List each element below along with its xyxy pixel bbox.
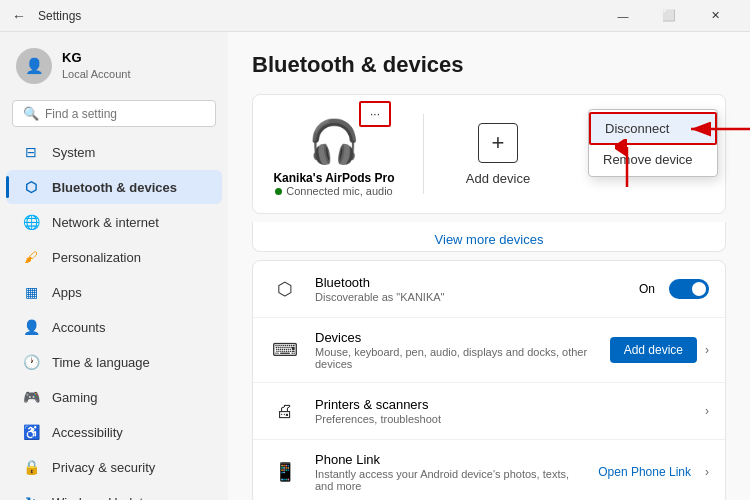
add-device-button[interactable]: Add device [610,337,697,363]
three-dot-button[interactable]: ··· [361,103,389,125]
sidebar-item-network[interactable]: 🌐Network & internet [6,205,222,239]
personalization-icon: 🖌 [22,248,40,266]
bluetooth-title: Bluetooth [315,275,625,290]
sidebar-label-bluetooth: Bluetooth & devices [52,180,177,195]
sidebar-item-gaming[interactable]: 🎮Gaming [6,380,222,414]
devices-title: Devices [315,330,596,345]
sidebar-label-apps: Apps [52,285,82,300]
network-icon: 🌐 [22,213,40,231]
search-input[interactable] [45,107,205,121]
bluetooth-action: On [639,279,709,299]
titlebar-left: ← Settings [12,8,81,24]
sidebar-item-privacy[interactable]: 🔒Privacy & security [6,450,222,484]
sidebar-label-personalization: Personalization [52,250,141,265]
printers-subtitle: Preferences, troubleshoot [315,413,691,425]
back-icon[interactable]: ← [12,8,26,24]
phone-action: Open Phone Link› [598,465,709,479]
sidebar-label-system: System [52,145,95,160]
context-menu-remove[interactable]: Remove device [589,145,717,174]
phone-icon: 📱 [269,456,301,488]
system-icon: ⊟ [22,143,40,161]
sidebar-item-update[interactable]: ↻Windows Update [6,485,222,500]
update-icon: ↻ [22,493,40,500]
minimize-button[interactable]: — [600,0,646,32]
nav-list: ⊟System⬡Bluetooth & devices🌐Network & in… [0,135,228,500]
bluetooth-text: Bluetooth Discoverable as "KANIKA" [315,275,625,303]
search-icon: 🔍 [23,106,39,121]
printers-title: Printers & scanners [315,397,691,412]
bluetooth-subtitle: Discoverable as "KANIKA" [315,291,625,303]
device-airpods[interactable]: ··· 🎧 Kanika's AirPods Pro Connected mic… [269,111,399,197]
sidebar-item-accessibility[interactable]: ♿Accessibility [6,415,222,449]
context-menu: Disconnect Remove device [588,109,718,177]
sidebar-label-accessibility: Accessibility [52,425,123,440]
add-device-item[interactable]: + Add device [448,123,548,186]
divider [423,114,424,194]
page-title: Bluetooth & devices [252,52,726,78]
search-box[interactable]: 🔍 [12,100,216,127]
app-container: 👤 KG Local Account 🔍 ⊟System⬡Bluetooth &… [0,32,750,500]
titlebar-title: Settings [38,9,81,23]
view-more-devices[interactable]: View more devices [252,222,726,252]
avatar-icon: 👤 [25,57,44,75]
context-menu-disconnect[interactable]: Disconnect [589,112,717,145]
close-button[interactable]: ✕ [692,0,738,32]
avatar: 👤 [16,48,52,84]
user-section[interactable]: 👤 KG Local Account [0,40,228,96]
phone-subtitle: Instantly access your Android device's p… [315,468,584,492]
add-device-label: Add device [466,171,530,186]
settings-item-devices[interactable]: ⌨ Devices Mouse, keyboard, pen, audio, d… [253,318,725,383]
devices-text: Devices Mouse, keyboard, pen, audio, dis… [315,330,596,370]
devices-icon: ⌨ [269,334,301,366]
chevron-icon: › [705,343,709,357]
sidebar-item-system[interactable]: ⊟System [6,135,222,169]
sidebar-label-network: Network & internet [52,215,159,230]
printers-text: Printers & scanners Preferences, trouble… [315,397,691,425]
devices-card: ··· 🎧 Kanika's AirPods Pro Connected mic… [252,94,726,214]
headphones-icon: 🎧 [308,117,360,166]
device-name: Kanika's AirPods Pro [273,171,394,185]
bluetooth-toggle[interactable] [669,279,709,299]
sidebar-label-privacy: Privacy & security [52,460,155,475]
settings-item-printers[interactable]: 🖨 Printers & scanners Preferences, troub… [253,383,725,440]
sidebar-label-time: Time & language [52,355,150,370]
bluetooth-icon: ⬡ [22,178,40,196]
main-content: Bluetooth & devices ··· 🎧 [228,32,750,500]
user-subtitle: Local Account [62,67,131,81]
apps-icon: ▦ [22,283,40,301]
sidebar-item-personalization[interactable]: 🖌Personalization [6,240,222,274]
sidebar-item-accounts[interactable]: 👤Accounts [6,310,222,344]
bluetooth-icon: ⬡ [269,273,301,305]
three-dot-highlight: ··· [359,101,391,127]
sidebar-label-accounts: Accounts [52,320,105,335]
chevron-icon: › [705,465,709,479]
sidebar: 👤 KG Local Account 🔍 ⊟System⬡Bluetooth &… [0,32,228,500]
settings-item-phone[interactable]: 📱 Phone Link Instantly access your Andro… [253,440,725,500]
printers-icon: 🖨 [269,395,301,427]
titlebar-controls: — ⬜ ✕ [600,0,738,32]
toggle-label: On [639,282,655,296]
user-name: KG [62,50,131,67]
sidebar-item-bluetooth[interactable]: ⬡Bluetooth & devices [6,170,222,204]
phone-text: Phone Link Instantly access your Android… [315,452,584,492]
chevron-icon: › [705,404,709,418]
sidebar-item-time[interactable]: 🕐Time & language [6,345,222,379]
privacy-icon: 🔒 [22,458,40,476]
device-status: Connected mic, audio [275,185,392,197]
sidebar-label-update: Windows Update [52,495,150,501]
sidebar-label-gaming: Gaming [52,390,98,405]
titlebar: ← Settings — ⬜ ✕ [0,0,750,32]
maximize-button[interactable]: ⬜ [646,0,692,32]
accounts-icon: 👤 [22,318,40,336]
add-plus-icon: + [478,123,518,163]
time-icon: 🕐 [22,353,40,371]
devices-action: Add device› [610,337,709,363]
settings-item-bluetooth[interactable]: ⬡ Bluetooth Discoverable as "KANIKA" On [253,261,725,318]
user-info: KG Local Account [62,50,131,81]
devices-subtitle: Mouse, keyboard, pen, audio, displays an… [315,346,596,370]
sidebar-item-apps[interactable]: ▦Apps [6,275,222,309]
status-dot [275,188,282,195]
accessibility-icon: ♿ [22,423,40,441]
phone-title: Phone Link [315,452,584,467]
settings-rows: ⬡ Bluetooth Discoverable as "KANIKA" On … [252,260,726,500]
